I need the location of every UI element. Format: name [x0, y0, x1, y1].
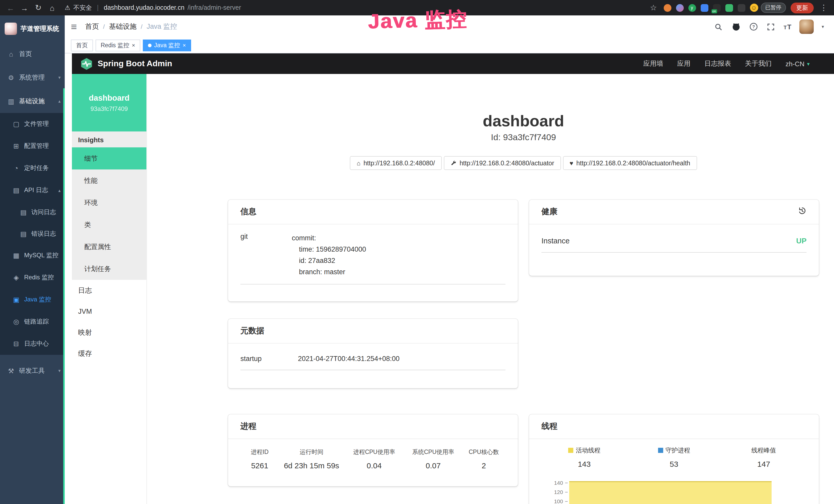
sba-instance-id: 93a3fc7f7409: [72, 105, 147, 112]
sba-item-details[interactable]: 细节: [72, 147, 147, 169]
actuator-url-link[interactable]: http://192.168.0.2:48080/actuator: [444, 156, 561, 170]
extension-icon-puzzle[interactable]: [738, 4, 745, 12]
sidebar-item-dev-tools[interactable]: ⚒ 研发工具 ▾: [0, 359, 65, 383]
extension-icon-blue-grid[interactable]: [700, 4, 708, 12]
bookmark-star-icon[interactable]: ☆: [648, 3, 659, 12]
sidebar-item-label: Redis 监控: [24, 273, 54, 282]
tab-home[interactable]: 首页: [71, 40, 93, 51]
tab-java-monitor[interactable]: Java 监控 ×: [143, 40, 191, 51]
security-warning-icon[interactable]: ⚠: [65, 4, 70, 11]
app-sidebar: 芋道管理系统 ⌂ 首页 ⚙ 系统管理 ▾ ▥ 基础设施 ▴ ▢ 文件管理: [0, 16, 65, 504]
browser-refresh-icon[interactable]: ↻: [33, 3, 44, 12]
sba-item-caches[interactable]: 缓存: [72, 343, 147, 364]
browser-forward-icon[interactable]: →: [19, 3, 30, 12]
sba-nav-about[interactable]: 关于我们: [745, 59, 772, 68]
search-icon[interactable]: [714, 22, 724, 31]
browser-back-icon[interactable]: ←: [5, 3, 16, 12]
paused-badge[interactable]: 已暂停: [761, 3, 786, 13]
stat-peak-threads: 线程峰值 147: [719, 446, 809, 468]
extension-icon-colorful[interactable]: [676, 4, 683, 12]
browser-home-icon[interactable]: ⌂: [47, 3, 58, 12]
close-icon[interactable]: ×: [183, 43, 186, 48]
user-avatar[interactable]: [799, 20, 814, 34]
sba-nav-journal[interactable]: 日志报表: [704, 59, 731, 68]
breadcrumb-infrastructure[interactable]: 基础设施: [109, 22, 137, 31]
stat-label: 线程峰值: [751, 447, 776, 454]
hamburger-icon[interactable]: ≡: [71, 22, 77, 32]
sba-instance-name: dashboard: [72, 93, 147, 103]
sidebar-item-api-logs[interactable]: ▤ API 日志 ▴: [0, 179, 65, 201]
browser-menu-icon[interactable]: ⋮: [818, 3, 829, 12]
font-size-icon[interactable]: TT: [784, 23, 792, 30]
sidebar-item-system-management[interactable]: ⚙ 系统管理 ▾: [0, 66, 65, 89]
sba-language-select[interactable]: zh-CN ▾: [786, 60, 810, 68]
app-shell: 芋道管理系统 ⌂ 首页 ⚙ 系统管理 ▾ ▥ 基础设施 ▴ ▢ 文件管理: [0, 16, 834, 504]
extension-icon-leaf[interactable]: [725, 4, 733, 12]
sba-instance-header[interactable]: dashboard 93a3fc7f7409: [72, 74, 147, 132]
sidebar-item-access-logs[interactable]: ▤ 访问日志: [0, 201, 65, 223]
sidebar-item-home[interactable]: ⌂ 首页: [0, 42, 65, 66]
close-icon[interactable]: ×: [132, 43, 135, 48]
tab-bar: 首页 Redis 监控 × Java 监控 ×: [65, 38, 834, 53]
sidebar-item-label: 链路追踪: [24, 317, 49, 326]
link-url: http://192.168.0.2:48080/: [364, 159, 435, 167]
sidebar-item-scheduled-tasks[interactable]: ◔ 定时任务: [0, 157, 65, 179]
github-icon[interactable]: [731, 22, 741, 31]
chevron-down-icon: ▾: [58, 368, 61, 373]
sba-item-environment[interactable]: 环境: [72, 191, 147, 214]
stat-label: 守护进程: [665, 447, 690, 454]
status-badge: UP: [796, 237, 807, 245]
sba-content: dashboard Id: 93a3fc7f7409 ⌂ http://192.…: [147, 74, 834, 504]
process-card: 进程 进程ID 5261: [228, 414, 518, 486]
address-bar[interactable]: ⚠ 不安全 | dashboard.yudao.iocoder.cn/infra…: [65, 3, 241, 12]
sba-item-performance[interactable]: 性能: [72, 169, 147, 191]
help-icon[interactable]: ?: [749, 22, 759, 31]
sidebar-item-error-logs[interactable]: ▤ 错误日志: [0, 223, 65, 245]
info-card: 信息 git commit: time: 1596289704000: [228, 200, 518, 301]
sba-item-mappings[interactable]: 映射: [72, 322, 147, 343]
sba-item-scheduled-tasks[interactable]: 计划任务: [72, 258, 147, 280]
sidebar-item-log-center[interactable]: ⊟ 日志中心: [0, 333, 65, 355]
stat-label: 系统CPU使用率: [404, 448, 462, 456]
redis-icon: ◈: [12, 274, 20, 281]
browser-update-button[interactable]: 更新: [791, 2, 814, 13]
stat-label: CPU核心数: [462, 448, 505, 456]
sba-nav-applications[interactable]: 应用: [677, 59, 690, 68]
sidebar-item-file-management[interactable]: ▢ 文件管理: [0, 113, 65, 135]
health-url-link[interactable]: ♥ http://192.168.0.2:48080/actuator/heal…: [563, 156, 697, 170]
profile-smiley-icon[interactable]: ☺: [750, 4, 758, 12]
sba-item-jvm[interactable]: JVM: [72, 301, 147, 322]
tab-redis-monitor[interactable]: Redis 监控 ×: [95, 40, 140, 51]
sba-insights-group: Insights 细节 性能 环境 类 配置属性 计划任务: [72, 132, 147, 280]
breadcrumb-home[interactable]: 首页: [85, 22, 99, 31]
extension-icon-green[interactable]: y: [688, 4, 696, 12]
info-row-label: git: [240, 233, 292, 278]
tab-label: Redis 监控: [101, 42, 129, 49]
extension-icon-orange[interactable]: [663, 4, 671, 12]
avatar-caret-icon[interactable]: ▾: [822, 24, 824, 29]
url-path: /infra/admin-server: [188, 4, 241, 11]
sidebar-item-infrastructure[interactable]: ▥ 基础设施 ▴: [0, 89, 65, 113]
sidebar-item-java-monitor[interactable]: ▣ Java 监控: [0, 289, 65, 311]
sidebar-item-label: 研发工具: [19, 366, 45, 375]
tools-icon: ⚒: [7, 367, 15, 374]
sba-item-config-props[interactable]: 配置属性: [72, 236, 147, 258]
link-url: http://192.168.0.2:48080/actuator/health: [576, 159, 690, 167]
log-center-icon: ⊟: [12, 340, 20, 348]
instance-url-link[interactable]: ⌂ http://192.168.0.2:48080/: [350, 156, 442, 170]
sidebar-item-redis-monitor[interactable]: ◈ Redis 监控: [0, 267, 65, 289]
history-icon[interactable]: [798, 206, 807, 217]
extension-icon-proxy[interactable]: on: [713, 4, 721, 12]
sidebar-item-label: 首页: [19, 49, 32, 58]
fullscreen-icon[interactable]: [766, 22, 776, 31]
sidebar-item-trace[interactable]: ◎ 链路追踪: [0, 311, 65, 333]
chevron-down-icon: ▾: [807, 61, 810, 67]
sba-item-logs[interactable]: 日志: [72, 280, 147, 301]
metadata-startup-value: 2021-04-27T00:44:31.254+08:00: [298, 355, 400, 363]
sba-item-classes[interactable]: 类: [72, 214, 147, 236]
app-logo[interactable]: 芋道管理系统: [0, 16, 65, 42]
sba-nav-wallboard[interactable]: 应用墙: [643, 59, 663, 68]
sidebar-item-config-management[interactable]: ⊞ 配置管理: [0, 135, 65, 157]
stat-cpu-cores: CPU核心数 2: [462, 448, 505, 470]
sidebar-item-mysql-monitor[interactable]: ▦ MySQL 监控: [0, 245, 65, 267]
